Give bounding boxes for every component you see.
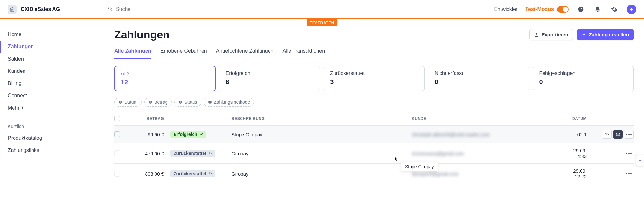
col-datum: DATUM [560,116,592,121]
row-more-icon[interactable] [624,151,634,156]
row-checkbox[interactable] [114,131,120,137]
cell-amount: 99,90 € [128,132,170,137]
stat-zurueckerstattet[interactable]: Zurückerstattet 3 [324,66,425,91]
cell-desc: Giropay [232,171,412,177]
row-checkbox[interactable] [114,171,120,177]
table-row[interactable]: 808,00 € Zurückerstattet Giropay dampanf… [114,164,634,184]
nav-connect[interactable]: Connect [0,90,89,102]
filter-status[interactable]: Status [174,98,201,107]
cell-date: 29.09, 12:22 [560,168,592,179]
org-name[interactable]: OXID eSales AG [21,6,60,12]
row-more-icon[interactable] [624,171,634,176]
tooltip: Stripe Giropay [401,162,438,171]
help-icon[interactable] [576,5,585,14]
org-icon[interactable] [8,5,17,14]
nav-home[interactable]: Home [0,28,89,41]
cell-customer: christoph.albrecht@oxid-esales.com [412,132,560,137]
table-row[interactable]: 479,00 € Zurückerstattet Giropay d.loren… [114,143,634,164]
nav-billing[interactable]: Billing [0,77,89,90]
nav-recent-label: Kürzlich [0,114,89,132]
svg-point-0 [109,7,111,10]
tab-erhobene-gebuehren[interactable]: Erhobene Gebühren [160,45,207,59]
search-input[interactable] [116,6,213,12]
tab-angefochtene[interactable]: Angefochtene Zahlungen [216,45,274,59]
stat-nicht-erfasst[interactable]: Nicht erfasst 0 [429,66,529,91]
table-row[interactable]: 99,90 € Erfolgreich Stripe Giropay chris… [114,126,634,143]
developer-link[interactable]: Entwickler [494,6,518,12]
nav-kunden[interactable]: Kunden [0,65,89,77]
filter-datum[interactable]: Datum [114,98,142,107]
status-badge: Erfolgreich [170,131,206,138]
fab-add[interactable] [636,155,644,166]
cursor-icon [393,156,398,163]
test-data-badge: TESTDATEN [307,19,337,26]
filter-betrag[interactable]: Betrag [144,98,172,107]
nav-salden[interactable]: Salden [0,53,89,65]
tab-alle-transaktionen[interactable]: Alle Transaktionen [282,45,325,59]
row-mail-icon[interactable] [613,130,623,139]
cell-desc: Stripe Giropay [232,132,412,137]
filter-zahlungsmethode[interactable]: Zahlungsmethode [204,98,254,107]
cell-date: 29.09, 14:33 [560,148,592,159]
select-all-checkbox[interactable] [114,116,120,121]
col-kunde: KUNDE [412,116,560,121]
stat-fehlgeschlagen[interactable]: Fehlgeschlagen 0 [533,66,634,91]
cell-desc: Giropay [232,151,412,156]
export-button[interactable]: Exportieren [529,29,573,40]
status-badge: Zurückerstattet [170,170,215,177]
cell-amount: 479,00 € [128,151,170,156]
cell-amount: 808,00 € [128,171,170,177]
search-icon [108,6,113,13]
settings-icon[interactable] [610,5,619,14]
cell-date: 02.1 [560,132,592,137]
stat-erfolgreich[interactable]: Erfolgreich 8 [220,66,320,91]
test-mode-toggle[interactable] [557,6,569,13]
stat-alle[interactable]: Alle 12 [114,66,216,91]
nav-zahlungen[interactable]: Zahlungen [0,41,89,53]
nav-more[interactable]: Mehr + [0,102,89,114]
add-button[interactable] [627,5,636,14]
nav-recent-produktkatalog[interactable]: Produktkatalog [0,132,89,144]
sidebar: Home Zahlungen Salden Kunden Billing Con… [0,19,89,184]
notifications-icon[interactable] [593,5,602,14]
row-checkbox[interactable] [114,150,120,156]
page-title: Zahlungen [114,28,170,41]
create-payment-button[interactable]: Zahlung erstellen [577,29,634,40]
cell-customer: d.lorenzana@gmail.com [412,151,560,156]
row-more-icon[interactable] [624,130,634,139]
cell-customer: dampanfi@gmail.com [412,171,560,177]
status-badge: Zurückerstattet [170,150,215,157]
svg-line-1 [111,10,112,11]
col-betrag: BETRAG [128,116,170,121]
col-beschreibung: BESCHREIBUNG [232,116,412,121]
tab-alle-zahlungen[interactable]: Alle Zahlungen [114,45,151,59]
row-refund-icon[interactable] [602,130,612,139]
test-mode-label: Test-Modus [525,6,554,12]
nav-recent-zahlungslinks[interactable]: Zahlungslinks [0,144,89,157]
